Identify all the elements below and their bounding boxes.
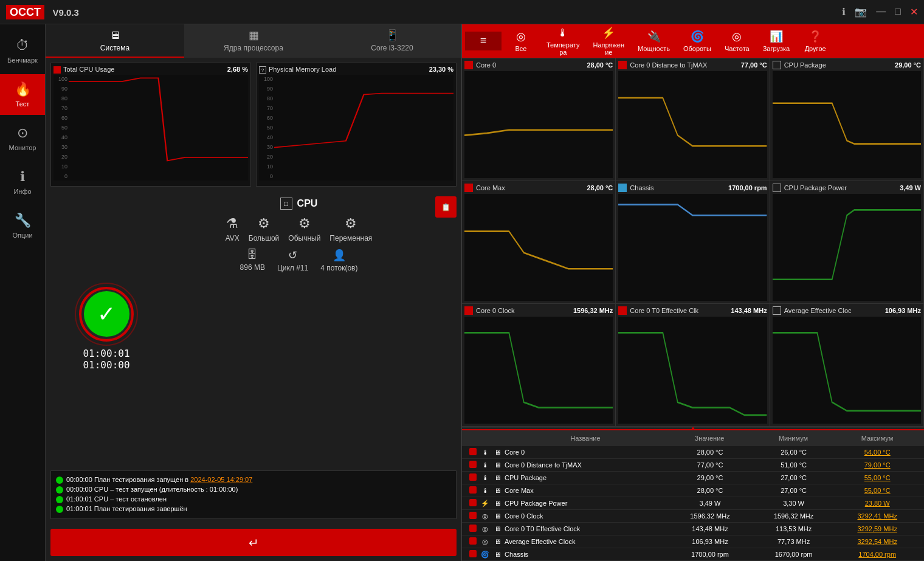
tab-core-i3[interactable]: 📱 Core i3-3220 xyxy=(323,24,461,58)
freq-label: Частота xyxy=(725,45,750,52)
row-value-2: 29,00 °C xyxy=(668,473,752,483)
row-checkbox-4[interactable] xyxy=(467,499,479,508)
row-name-2: CPU Package xyxy=(503,473,668,483)
monitor-cell-pkg-power: CPU Package Power 3,49 W xyxy=(770,181,924,304)
info-icon[interactable]: ℹ xyxy=(842,6,846,18)
cpu-detail-cycle: ↺ Цикл #11 xyxy=(277,249,308,272)
memory-y-labels: 100 90 80 70 60 50 40 30 20 10 0 xyxy=(259,75,274,181)
row-monitor-icon-2: 🖥 xyxy=(491,474,503,481)
monitor-cell-dist-tjmax: Core 0 Distance to TjMAX 77,00 °C xyxy=(616,58,770,181)
cpu-option-variable[interactable]: ⚙ Переменная xyxy=(329,216,372,243)
copy-button[interactable]: 📋 xyxy=(435,196,457,218)
load-label: Загрузка xyxy=(763,45,790,52)
cell-name-pkg-power: CPU Package Power xyxy=(773,184,847,192)
svg-rect-3 xyxy=(464,194,613,301)
row-value-8: 1700,00 rpm xyxy=(668,549,752,559)
close-icon[interactable]: ✕ xyxy=(910,6,918,18)
power-icon: 🔌 xyxy=(647,30,661,43)
row-checkbox-1[interactable] xyxy=(467,461,479,470)
header-btn-load[interactable]: 📊 Загрузка xyxy=(757,27,796,55)
col-monitor-icon xyxy=(479,433,491,444)
threads-icon: 👤 xyxy=(333,249,346,262)
row-checkbox-0[interactable] xyxy=(467,448,479,457)
header-btn-all[interactable]: ◎ Все xyxy=(503,27,539,55)
header-btn-temp[interactable]: 🌡 Температура xyxy=(540,24,586,59)
row-monitor-icon-4: 🖥 xyxy=(491,500,503,507)
col-star xyxy=(467,433,479,444)
temp-label: Температура xyxy=(546,41,580,56)
minimize-icon[interactable]: — xyxy=(876,6,886,18)
chart-avg-eff xyxy=(773,317,921,424)
header-btn-other[interactable]: ❓ Другое xyxy=(797,27,833,55)
chart-pkg-power xyxy=(773,194,921,301)
svg-rect-0 xyxy=(464,71,613,178)
sidebar-item-benchmark[interactable]: ⏱ Бенчмарк xyxy=(0,30,45,71)
row-max-8: 1704,00 rpm xyxy=(835,549,919,559)
row-min-1: 51,00 °C xyxy=(752,460,836,470)
row-monitor-icon-1: 🖥 xyxy=(491,461,503,469)
row-min-0: 26,00 °C xyxy=(752,447,836,457)
row-type-icon-4: ⚡ xyxy=(479,500,491,508)
row-name-1: Core 0 Distance to TjMAX xyxy=(503,460,668,470)
row-checkbox-2[interactable] xyxy=(467,473,479,483)
sidebar-item-options[interactable]: 🔧 Опции xyxy=(0,205,45,246)
row-checkbox-8[interactable] xyxy=(467,550,479,559)
row-min-2: 27,00 °C xyxy=(752,473,836,483)
row-min-5: 1596,32 MHz xyxy=(752,511,836,521)
system-tab-icon: 🖥 xyxy=(109,29,120,42)
all-icon: ◎ xyxy=(516,30,526,43)
screenshot-icon[interactable]: 📷 xyxy=(855,6,867,18)
header-btn-freq[interactable]: ◎ Частота xyxy=(719,27,756,55)
log-entry-1: 00:00:00 CPU – тест запущен (длительност… xyxy=(56,486,451,494)
elapsed-timer: 01:00:01 xyxy=(83,348,129,359)
col-name-header: Название xyxy=(503,433,667,444)
tab-system[interactable]: 🖥 Система xyxy=(46,24,184,58)
cell-icon-clk0 xyxy=(464,306,473,315)
memory-chart: ?Physical Memory Load 23,30 % 100 90 80 … xyxy=(256,63,457,187)
memory-chart-label: ?Physical Memory Load 23,30 % xyxy=(259,66,453,74)
header-btn-rpm[interactable]: 🌀 Обороты xyxy=(677,27,717,55)
header-btn-power[interactable]: 🔌 Мощность xyxy=(632,27,676,55)
table-row-0: 🌡 🖥 Core 0 28,00 °C 26,00 °C 54,00 °C xyxy=(462,446,924,459)
row-checkbox-3[interactable] xyxy=(467,486,479,495)
cycle-label: Цикл #11 xyxy=(277,264,308,272)
benchmark-icon: ⏱ xyxy=(16,38,29,53)
sidebar-item-test[interactable]: 🔥 Тест xyxy=(0,74,45,115)
rpm-icon: 🌀 xyxy=(691,30,704,43)
col-type-icon xyxy=(491,433,503,444)
sidebar-item-monitor[interactable]: ⊙ Монитор xyxy=(0,118,45,159)
row-checkbox-6[interactable] xyxy=(467,525,479,534)
cell-header-pkg-power: CPU Package Power 3,49 W xyxy=(773,184,921,192)
monitor-cell-t0-eff: Core 0 T0 Effective Clk 143,48 MHz xyxy=(616,304,770,427)
chart-t0-eff xyxy=(618,317,767,424)
row-max-4: 23,80 W xyxy=(835,498,919,508)
cpu-option-normal[interactable]: ⚙ Обычный xyxy=(288,216,320,243)
left-panel: 🖥 Система ▦ Ядра процессора 📱 Core i3-32… xyxy=(46,24,462,561)
cell-header-avg-eff: Average Effective Cloc 106,93 MHz xyxy=(773,306,921,315)
row-checkbox-5[interactable] xyxy=(467,512,479,521)
header-btn-voltage[interactable]: ⚡ Напряжение xyxy=(587,23,631,59)
avx-icon: ⚗ xyxy=(226,216,238,232)
monitor-cell-clk0: Core 0 Clock 1596,32 MHz xyxy=(462,304,616,427)
sidebar-label-benchmark: Бенчмарк xyxy=(7,57,38,64)
tab-bar: 🖥 Система ▦ Ядра процессора 📱 Core i3-32… xyxy=(46,24,461,58)
cell-header-t0-eff: Core 0 T0 Effective Clk 143,48 MHz xyxy=(618,306,767,315)
sidebar-item-info[interactable]: ℹ Инфо xyxy=(0,162,45,202)
monitor-cell-core-max: Core Max 28,00 °C xyxy=(462,181,616,304)
header-btn-menu[interactable]: ≡ xyxy=(465,32,502,50)
cpu-title-text: CPU xyxy=(297,198,318,209)
start-button[interactable]: ↵ xyxy=(50,529,457,556)
cell-icon-pkg-power xyxy=(773,184,781,192)
cpu-option-big[interactable]: ⚙ Большой xyxy=(249,216,280,243)
chart-dist-tjmax xyxy=(618,71,767,178)
tab-cores[interactable]: ▦ Ядра процессора xyxy=(184,24,323,58)
table-header: Название Значение Минимум Максимум xyxy=(462,430,924,446)
row-name-3: Core Max xyxy=(503,486,668,495)
cpu-option-avx[interactable]: ⚗ AVX xyxy=(226,216,240,243)
right-panel-header: ≡ ◎ Все 🌡 Температура ⚡ Напряжение 🔌 Мощ… xyxy=(462,24,924,58)
table-row-7: ◎ 🖥 Average Effective Clock 106,93 MHz 7… xyxy=(462,535,924,548)
monitor-icon: ⊙ xyxy=(17,125,28,141)
chart-cpu-pkg xyxy=(773,71,921,178)
row-checkbox-7[interactable] xyxy=(467,537,479,546)
maximize-icon[interactable]: □ xyxy=(895,6,901,18)
